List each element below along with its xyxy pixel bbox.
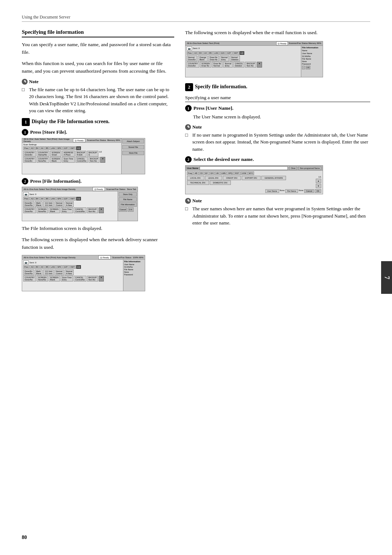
substep-1b-circle: 2: [22, 178, 28, 185]
note-title-right: ✎ Note: [185, 124, 370, 130]
user-name-screen-desc: The User Name screen is displayed.: [193, 113, 370, 121]
body-text-2: When this function is used, you can sear…: [22, 60, 174, 75]
user-name-screen: User Name Clear Non-programed Name Freq …: [185, 165, 323, 194]
note-icon-1: ✎: [22, 79, 28, 85]
substep-press-username-label: Press [User Name].: [193, 105, 233, 112]
note-icon-right: ✎: [185, 124, 191, 130]
substep-select-circle: 2: [185, 156, 192, 163]
body-text-1: You can specify a user name, file name, …: [22, 41, 174, 56]
screen-side-panel-1: Attach Subject Stored File Store File: [121, 138, 145, 174]
right-intro-text: The following screen is displayed when t…: [185, 29, 370, 37]
subsection-specifying-user: Specifying a user name: [185, 95, 370, 102]
substep-select-label: Select the desired user name.: [193, 156, 254, 163]
page-header: Using the Document Server: [22, 15, 370, 22]
file-info-screen-text: The File Information screen is displayed…: [22, 225, 174, 232]
note-box-right-2: ✎ Note The user names shown here are nam…: [185, 198, 370, 227]
note-title-1: ✎ Note: [22, 79, 174, 85]
chapter-tab: 7: [381, 261, 392, 294]
screen-mockup-1: All-In-One Auto Select Text (Print) Auto…: [22, 138, 145, 174]
page-number: 80: [22, 535, 27, 540]
note-item-right: If no user name is programed in System S…: [185, 131, 370, 153]
substep-select-username: 2 Select the desired user name.: [185, 156, 370, 163]
substep-1a-row: 1 Press [Store File].: [22, 129, 174, 136]
step-2-label: Specify file information.: [195, 83, 247, 90]
screen-top-bar-3: All-In-One Auto Select Text (Print) Auto…: [22, 255, 145, 260]
step-1-label: Display the File Information screen.: [32, 118, 110, 125]
right-column: The following screen is displayed when t…: [185, 29, 370, 295]
substep-press-username-circle: 1: [185, 105, 192, 112]
left-column: Specifying file information You can spec…: [22, 29, 174, 295]
section-heading-file-info: Specifying file information: [22, 29, 174, 37]
step-1-number: 1: [22, 118, 30, 126]
note-icon-right-2: ✎: [185, 198, 191, 204]
step-2-row: 2 Specify file information.: [185, 83, 370, 91]
substep-1b-label: Press [File Information].: [30, 178, 82, 185]
following-screen-text: The following screen is displayed when t…: [22, 236, 174, 251]
screen-mockup-3: All-In-One Auto Select Text (Print) Auto…: [22, 255, 145, 291]
note-title-right-2: ✎ Note: [185, 198, 370, 204]
note-box-1: ✎ Note The file name can be up to 64 cha…: [22, 79, 174, 114]
screen-top-bar-2: All-In-One Auto Select Text (Print) Auto…: [22, 187, 138, 191]
screen-mockup-email: All-In-One Auto Select Text (Print) ◎ Re…: [185, 41, 323, 77]
screen-mockup-2: All-In-One Auto Select Text (Print) Auto…: [22, 187, 138, 221]
substep-1a-label: Press [Store File].: [30, 129, 67, 136]
step-1-row: 1 Display the File Information screen.: [22, 118, 174, 126]
note-item-right-2: The user names shown here are names that…: [185, 205, 370, 227]
substep-1b-row: 2 Press [File Information].: [22, 178, 174, 185]
substep-1a-circle: 1: [22, 129, 28, 135]
substep-press-username: 1 Press [User Name].: [185, 105, 370, 112]
note-box-right: ✎ Note If no user name is programed in S…: [185, 124, 370, 153]
step-2-number: 2: [185, 83, 193, 91]
note-item-1: The file name can be up to 64 characters…: [22, 86, 174, 114]
